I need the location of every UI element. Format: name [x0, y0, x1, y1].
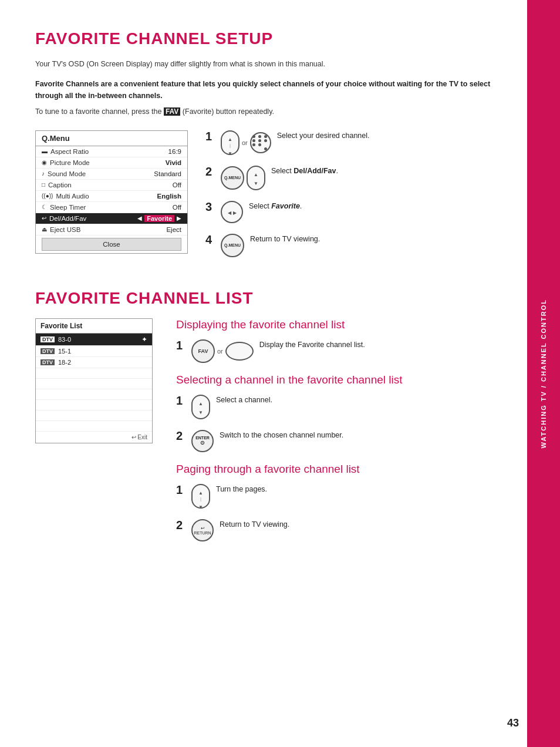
section1-title: FAVORITE CHANNEL SETUP: [35, 29, 501, 48]
qmenu-row-picture: ◉ Picture Mode Vivid: [36, 157, 187, 169]
qmenu-row-sleep: ☾ Sleep Timer Off: [36, 202, 187, 213]
qmenu-button2[interactable]: Q.MENU: [221, 234, 244, 257]
arrow-down-icon4: [198, 502, 203, 510]
arrow-up-icon3: [198, 398, 203, 407]
updown-button3[interactable]: [191, 395, 210, 419]
star-icon: ✦: [141, 335, 147, 344]
arrow-down-icon2: [254, 178, 258, 187]
section2: FAVORITE CHANNEL LIST Favorite List DTV …: [35, 289, 501, 552]
fav-list-box: Favorite List DTV 83-0 ✦ DTV 15-1 DTV 18…: [35, 318, 153, 443]
return-button[interactable]: ↩ RETURN: [191, 519, 214, 541]
step3-text: Select Favorite.: [249, 201, 302, 210]
qmenu-header: Q.Menu: [36, 131, 187, 146]
qmenu-row-aspect: ▬ Aspect Ratio 16:9: [36, 146, 187, 157]
arrow-down-icon3: [198, 407, 203, 416]
updown-button2[interactable]: [247, 166, 265, 190]
page-step2-text: Return to TV viewing.: [220, 519, 289, 529]
fav-list-footer: ↩ Exit: [36, 432, 152, 443]
lr-button[interactable]: [221, 201, 243, 223]
fav-list-empty3: [36, 389, 152, 400]
select-step2-text: Switch to the chosen channel number.: [220, 430, 343, 439]
setup-step1: 1 | or: [205, 130, 501, 155]
qmenu-row-sound: ♪ Sound Mode Standard: [36, 169, 187, 180]
fav-list-empty1: [36, 368, 152, 379]
page-step2: 2 ↩ RETURN Return to TV viewing.: [176, 519, 501, 541]
sidebar: WATCHING TV / CHANNEL CONTROL: [527, 0, 560, 747]
select-step2: 2 ENTER ⊙ Switch to the chosen channel n…: [176, 430, 501, 452]
fav-list-empty6: [36, 421, 152, 432]
fav-button[interactable]: FAV: [191, 339, 215, 363]
qmenu-box: Q.Menu ▬ Aspect Ratio 16:9 ◉ Picture Mod…: [35, 130, 188, 254]
qmenu-button[interactable]: Q.MENU: [221, 166, 244, 190]
select-step1: 1 Select a channel.: [176, 395, 501, 419]
sidebar-text: WATCHING TV / CHANNEL CONTROL: [540, 299, 547, 448]
page-step1-text: Turn the pages.: [216, 484, 267, 493]
fav-button-label: FAV: [164, 107, 180, 116]
qmenu-row-audio: ((●)) Multi Audio English: [36, 191, 187, 202]
display-step1: 1 FAV or Display the Favorite channel li…: [176, 339, 501, 363]
arrow-up-icon4: [198, 487, 203, 496]
subsection-displaying: Displaying the favorite channel list 1 F…: [176, 318, 501, 363]
updown-button4[interactable]: |: [191, 484, 210, 509]
fav-list-empty5: [36, 410, 152, 421]
fav-list-header: Favorite List: [36, 319, 152, 334]
arrow-up-icon: [228, 134, 232, 143]
bold-intro: Favorite Channels are a convenient featu…: [35, 78, 501, 102]
steps-panel: 1 | or: [205, 130, 501, 268]
numpad-button[interactable]: [250, 132, 271, 153]
intro-text: Your TV's OSD (On Screen Display) may di…: [35, 59, 501, 70]
arrow-down-icon: [228, 148, 232, 157]
setup-step2: 2 Q.MENU Select Del/Add/Fav.: [205, 166, 501, 190]
oval-button[interactable]: [225, 342, 254, 361]
step4-text: Return to TV viewing.: [250, 234, 320, 243]
fav-line: To tune to a favorite channel, press the…: [35, 106, 501, 117]
step2-text: Select Del/Add/Fav.: [271, 166, 338, 175]
qmenu-row-caption: □ Caption Off: [36, 180, 187, 191]
subsection-displaying-title: Displaying the favorite channel list: [176, 318, 501, 331]
display-step1-text: Display the Favorite channel list.: [259, 339, 365, 349]
setup-step4: 4 Q.MENU Return to TV viewing.: [205, 234, 501, 257]
arrow-up-icon2: [254, 169, 258, 178]
section2-title: FAVORITE CHANNEL LIST: [35, 289, 501, 308]
subsection-paging-title: Paging through a favorite channel list: [176, 463, 501, 476]
fav-list-item-2[interactable]: DTV 15-1: [36, 346, 152, 357]
enter-button[interactable]: ENTER ⊙: [191, 430, 214, 452]
setup-row: Q.Menu ▬ Aspect Ratio 16:9 ◉ Picture Mod…: [35, 130, 501, 268]
page-number: 43: [507, 717, 519, 729]
fav-list-empty2: [36, 379, 152, 389]
qmenu-row-deladd: ↩ Del/Add/Fav ◀ Favorite ▶: [36, 213, 187, 224]
subsection-paging: Paging through a favorite channel list 1…: [176, 463, 501, 541]
fav-list-item-1[interactable]: DTV 83-0 ✦: [36, 334, 152, 346]
setup-step3: 3 Select Favorite.: [205, 201, 501, 223]
updown-button[interactable]: |: [221, 130, 239, 155]
step1-text: Select your desired channel.: [277, 130, 370, 140]
fav-list-row: Favorite List DTV 83-0 ✦ DTV 15-1 DTV 18…: [35, 318, 501, 552]
qmenu-row-eject: ⏏ Eject USB Eject: [36, 224, 187, 235]
subsection-selecting: Selecting a channel in the favorite chan…: [176, 374, 501, 452]
arrow-left-icon: [228, 207, 231, 216]
fav-right-panel: Displaying the favorite channel list 1 F…: [176, 318, 501, 552]
fav-list-item-3[interactable]: DTV 18-2: [36, 357, 152, 368]
page-content: FAVORITE CHANNEL SETUP Your TV's OSD (On…: [0, 0, 560, 581]
select-step1-text: Select a channel.: [216, 395, 272, 404]
fav-list-empty4: [36, 400, 152, 410]
subsection-selecting-title: Selecting a channel in the favorite chan…: [176, 374, 501, 386]
page-step1: 1 | Turn the pages.: [176, 484, 501, 509]
qmenu-close-button[interactable]: Close: [42, 238, 181, 251]
arrow-right-icon: [233, 207, 237, 216]
section1: FAVORITE CHANNEL SETUP Your TV's OSD (On…: [35, 29, 501, 268]
